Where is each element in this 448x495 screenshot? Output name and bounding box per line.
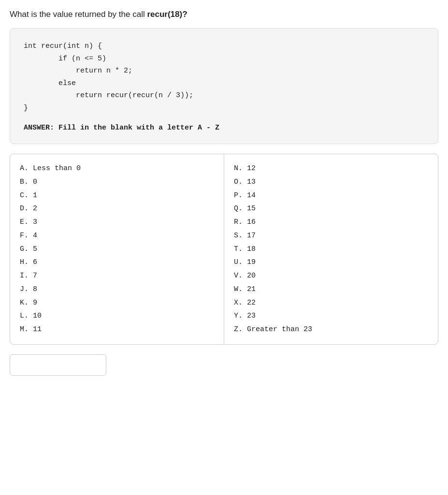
list-item: L. 10 [20, 309, 214, 323]
code-line: else [24, 77, 424, 90]
list-item: W. 21 [234, 283, 428, 296]
list-item: X. 22 [234, 296, 428, 310]
code-line: int recur(int n) { [24, 40, 424, 53]
answer-input-container [10, 354, 438, 376]
list-item: F. 4 [20, 229, 214, 243]
list-item: A. Less than 0 [20, 162, 214, 175]
list-item: Q. 15 [234, 202, 428, 216]
list-item: V. 20 [234, 269, 428, 283]
code-line: return recur(recur(n / 3)); [24, 89, 424, 102]
code-line: return n * 2; [24, 65, 424, 77]
list-item: N. 12 [234, 162, 428, 175]
code-line: } [24, 102, 424, 115]
list-item: O. 13 [234, 175, 428, 189]
right-options-column: N. 12O. 13P. 14Q. 15R. 16S. 17T. 18U. 19… [224, 154, 438, 344]
list-item: C. 1 [20, 189, 214, 203]
list-item: E. 3 [20, 216, 214, 229]
question-prefix: What is the value returned by the call [10, 10, 147, 19]
code-container: int recur(int n) { if (n <= 5) return n … [10, 28, 438, 144]
left-options-column: A. Less than 0B. 0C. 1D. 2E. 3F. 4G. 5H.… [10, 154, 224, 344]
list-item: T. 18 [234, 243, 428, 256]
code-block: int recur(int n) { if (n <= 5) return n … [24, 40, 424, 114]
list-item: G. 5 [20, 243, 214, 256]
list-item: U. 19 [234, 256, 428, 269]
list-item: K. 9 [20, 296, 214, 310]
answer-label: ANSWER: Fill in the blank with a letter … [24, 124, 424, 132]
list-item: Y. 23 [234, 309, 428, 323]
options-container: A. Less than 0B. 0C. 1D. 2E. 3F. 4G. 5H.… [10, 154, 438, 345]
answer-input[interactable] [10, 354, 106, 376]
list-item: H. 6 [20, 256, 214, 269]
list-item: B. 0 [20, 175, 214, 189]
list-item: D. 2 [20, 202, 214, 216]
list-item: J. 8 [20, 283, 214, 296]
question-bold: recur(18)? [147, 10, 187, 19]
list-item: M. 11 [20, 323, 214, 336]
list-item: S. 17 [234, 229, 428, 243]
code-line: if (n <= 5) [24, 53, 424, 65]
list-item: R. 16 [234, 216, 428, 229]
list-item: P. 14 [234, 189, 428, 203]
answer-label-text: ANSWER: [24, 124, 54, 132]
answer-instruction-text: Fill in the blank with a letter A - Z [54, 124, 219, 132]
list-item: Z. Greater than 23 [234, 323, 428, 336]
list-item: I. 7 [20, 269, 214, 283]
question-text: What is the value returned by the call r… [10, 10, 438, 19]
